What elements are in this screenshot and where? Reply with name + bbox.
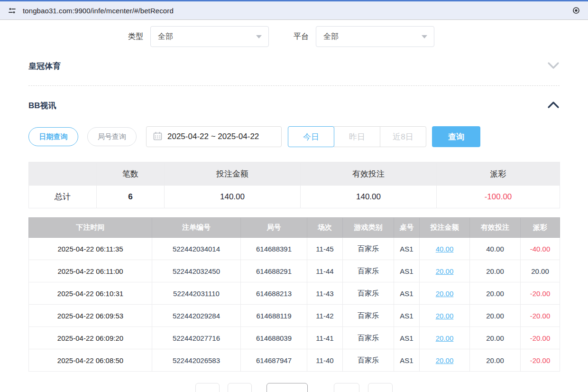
pagination-last-button[interactable]: [368, 383, 393, 392]
cell-round: 614688119: [241, 305, 307, 327]
cell-time: 2025-04-22 06:09:53: [29, 305, 152, 327]
bb-video-title: BB视讯: [28, 100, 56, 111]
cell-round: 614688213: [241, 282, 307, 305]
url-text[interactable]: tongbao31.com:9900/infe/mcenter/#/betRec…: [23, 7, 571, 15]
col-bet-id: 注单编号: [152, 218, 241, 238]
type-select[interactable]: 全部: [150, 26, 269, 47]
cell-table-no: AS1: [394, 349, 420, 372]
cell-valid: 20.00: [470, 349, 521, 372]
cell-bet-id: 522442034014: [152, 238, 241, 260]
summary-empty-header: [29, 162, 97, 186]
caret-down-icon: [256, 35, 262, 38]
cell-payout: -20.00: [521, 282, 560, 305]
crown-sports-title: 皇冠体育: [28, 61, 61, 72]
cell-valid: 20.00: [470, 260, 521, 282]
pagination-next-button[interactable]: [334, 383, 359, 392]
cell-game: 百家乐: [343, 305, 394, 327]
pagination-current-page[interactable]: [266, 383, 308, 392]
cell-round: 614688039: [241, 327, 307, 349]
cell-bet-id: 522442032450: [152, 260, 241, 282]
cell-time: 2025-04-22 06:11:00: [29, 260, 152, 282]
calendar-icon: [153, 131, 162, 142]
cell-table-no: AS1: [394, 305, 420, 327]
browser-address-bar[interactable]: tongbao31.com:9900/infe/mcenter/#/betRec…: [0, 1, 588, 20]
tab-date-query[interactable]: 日期查询: [28, 127, 78, 146]
summary-valid-value: 140.00: [301, 186, 437, 208]
cell-table-no: AS1: [394, 238, 420, 260]
cell-valid: 20.00: [470, 282, 521, 305]
col-payout: 派彩: [521, 218, 560, 238]
cell-valid: 40.00: [470, 238, 521, 260]
yesterday-button[interactable]: 昨日: [334, 126, 380, 147]
bet-amount-link[interactable]: 20.00: [436, 289, 454, 298]
pagination-prev-button[interactable]: [228, 383, 252, 392]
cell-table-no: AS1: [394, 282, 420, 305]
col-round: 局号: [241, 218, 307, 238]
cell-payout: -20.00: [521, 305, 560, 327]
table-row: 2025-04-22 06:09:20 522442027716 6146880…: [29, 327, 560, 349]
cell-round: 614688291: [241, 260, 307, 282]
bet-amount-link[interactable]: 20.00: [436, 267, 454, 275]
summary-bet-value: 140.00: [165, 186, 301, 208]
today-button[interactable]: 今日: [288, 126, 334, 147]
cell-bet-id: 522442031110: [152, 282, 241, 305]
crown-sports-header[interactable]: 皇冠体育: [28, 61, 560, 72]
filter-row: 类型 全部 平台 全部: [28, 26, 560, 47]
col-amount: 投注金额: [420, 218, 470, 238]
summary-table: 笔数 投注金额 有效投注 派彩 总计 6 140.00 140.00 -100.…: [28, 162, 560, 208]
table-row: 2025-04-22 06:10:31 522442031110 6146882…: [29, 282, 560, 305]
platform-select[interactable]: 全部: [316, 26, 434, 47]
col-game: 游戏类别: [343, 218, 394, 238]
bet-amount-link[interactable]: 20.00: [436, 312, 454, 320]
caret-down-icon: [422, 35, 427, 38]
cell-table-no: AS1: [394, 260, 420, 282]
cell-game: 百家乐: [343, 282, 394, 305]
last-8-days-button[interactable]: 近8日: [380, 126, 426, 147]
search-button[interactable]: 查询: [432, 126, 480, 147]
type-select-value: 全部: [158, 32, 173, 42]
bet-amount-link[interactable]: 20.00: [436, 356, 454, 364]
summary-total-label: 总计: [29, 186, 97, 208]
table-row: 2025-04-22 06:08:50 522442026583 6146879…: [29, 349, 560, 372]
site-info-icon[interactable]: [7, 5, 17, 16]
cell-time: 2025-04-22 06:08:50: [29, 349, 152, 372]
cell-session: 11-42: [307, 305, 343, 327]
cell-session: 11-40: [307, 349, 343, 372]
cell-valid: 20.00: [470, 305, 521, 327]
col-valid: 有效投注: [470, 218, 521, 238]
bet-records-table: 下注时间 注单编号 局号 场次 游戏类别 桌号 投注金额 有效投注 派彩 202…: [28, 217, 560, 372]
col-table-no: 桌号: [394, 218, 420, 238]
cell-payout: -20.00: [521, 327, 560, 349]
cell-session: 11-45: [307, 238, 343, 260]
pagination: [0, 383, 588, 392]
cell-game: 百家乐: [343, 260, 394, 282]
summary-header-row: 笔数 投注金额 有效投注 派彩: [29, 162, 560, 186]
summary-count-header: 笔数: [97, 162, 165, 186]
tab-round-query[interactable]: 局号查询: [87, 127, 137, 146]
col-time: 下注时间: [29, 218, 152, 238]
cell-time: 2025-04-22 06:11:35: [29, 238, 152, 260]
pagination-first-button[interactable]: [195, 383, 220, 392]
table-row: 2025-04-22 06:11:00 522442032450 6146882…: [29, 260, 560, 282]
cell-valid: 20.00: [470, 327, 521, 349]
platform-filter: 平台 全部: [294, 26, 434, 47]
table-header-row: 下注时间 注单编号 局号 场次 游戏类别 桌号 投注金额 有效投注 派彩: [29, 218, 560, 238]
cell-round: 614687947: [241, 349, 307, 372]
cell-bet-id: 522442029284: [152, 305, 241, 327]
target-icon[interactable]: [571, 5, 581, 16]
summary-payout-value: -100.00: [437, 186, 560, 208]
cell-game: 百家乐: [343, 327, 394, 349]
cell-session: 11-44: [307, 260, 343, 282]
chevron-up-icon[interactable]: [547, 101, 560, 111]
chevron-down-icon[interactable]: [547, 62, 560, 71]
bet-amount-link[interactable]: 40.00: [436, 245, 454, 253]
summary-count-value: 6: [97, 186, 165, 208]
cell-bet-id: 522442026583: [152, 349, 241, 372]
type-filter-label: 类型: [128, 32, 143, 42]
cell-session: 11-41: [307, 327, 343, 349]
cell-payout: -20.00: [521, 349, 560, 372]
bet-amount-link[interactable]: 20.00: [436, 334, 454, 342]
cell-payout: 20.00: [521, 260, 560, 282]
bb-video-header[interactable]: BB视讯: [28, 100, 560, 111]
date-range-input[interactable]: 2025-04-22 ~ 2025-04-22: [146, 126, 282, 147]
